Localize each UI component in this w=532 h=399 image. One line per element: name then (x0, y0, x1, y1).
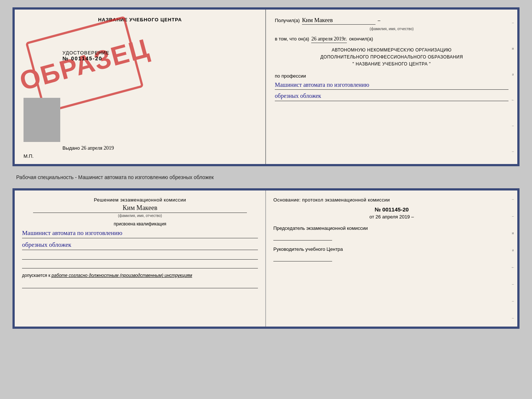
org-line2: ДОПОЛНИТЕЛЬНОГО ПРОФЕССИОНАЛЬНОГО ОБРАЗО… (275, 54, 508, 61)
proto-date: от 26 апреля 2019 – (273, 214, 510, 220)
fio-hint-bottom: (фамилия, имя, отчество) (22, 214, 258, 218)
profession-line2-top: обрезных обложек (275, 91, 508, 101)
spec-description: Рабочая специальность - Машинист автомат… (12, 173, 520, 182)
dopuskaetsya-text: работе согласно должностным (производств… (51, 273, 192, 278)
org-line3: " НАЗВАНИЕ УЧЕБНОГО ЦЕНТРА " (275, 61, 508, 68)
bottom-doc-left: Решением экзаменационной комиссии Ким Ма… (15, 190, 266, 327)
top-doc-left: НАЗВАНИЕ УЧЕБНОГО ЦЕНТРА ОБРАЗЕЦ УДОСТОВ… (15, 10, 266, 164)
poluchil-label: Получил(а) (275, 18, 300, 23)
bottom-doc-right: Основание: протокол экзаменационной коми… (266, 190, 517, 327)
right-edge-marks: – и а ← – – (509, 10, 517, 164)
vydano-line: Выдано 26 апреля 2019 (62, 145, 114, 151)
mp-label: М.П. (24, 153, 33, 159)
blank-line-1 (22, 252, 258, 260)
bottom-document: Решением экзаменационной комиссии Ким Ма… (12, 188, 520, 329)
blank-line-2 (22, 260, 258, 268)
blank-line-3 (22, 280, 258, 288)
dopuskaetsya-label: допускается к (22, 273, 50, 278)
vtom-date: 26 апреля 2019г. (311, 36, 347, 43)
poluchil-line: Получил(а) Ким Макеев – (275, 17, 508, 25)
po-professii-label: по профессии (275, 73, 508, 79)
dash-after-name: – (378, 18, 380, 23)
vydano-label: Выдано (62, 145, 80, 151)
udostoverenie-num: № 001145-20 (62, 56, 109, 61)
prisvoena-label: присвоена квалификация (22, 221, 258, 227)
bottom-right-edge-marks: – – и а ← – – – (509, 190, 517, 327)
predsedatel-sign-line (273, 232, 332, 241)
predsedatel-label: Председатель экзаменационной комиссии (273, 225, 510, 231)
osnovanie-label: Основание: протокол экзаменационной коми… (273, 197, 390, 203)
udostoverenie-block: УДОСТОВЕРЕНИЕ № 001145-20 (62, 50, 109, 61)
photo-placeholder (24, 98, 60, 142)
vtom-line: в том, что он(а) 26 апреля 2019г. окончи… (275, 36, 508, 43)
profession-line2-bottom: обрезных обложек (22, 240, 258, 250)
profession-line1-top: Машинист автомата по изготовлению (275, 80, 508, 90)
poluchil-name: Ким Макеев (302, 17, 375, 25)
proto-num: № 001145-20 (273, 206, 510, 213)
org-block: АВТОНОМНУЮ НЕКОММЕРЧЕСКУЮ ОРГАНИЗАЦИЮ ДО… (275, 47, 508, 68)
rukovoditel-block: Руководитель учебного Центра (273, 246, 510, 261)
vtom-label: в том, что он(а) (275, 36, 309, 42)
school-name-top: НАЗВАНИЕ УЧЕБНОГО ЦЕНТРА (24, 17, 256, 22)
dopuskaetsya-line: допускается к работе согласно должностны… (22, 273, 258, 278)
fio-underline (33, 213, 247, 213)
profession-line1-bottom: Машинист автомата по изготовлению (22, 228, 258, 238)
fio-hint-top: (фамилия, имя, отчество) (275, 27, 508, 31)
rukovoditel-sign-line (273, 253, 332, 261)
proto-ot-label: от (370, 214, 374, 220)
vydano-date: 26 апреля 2019 (81, 145, 114, 151)
rukovoditel-label: Руководитель учебного Центра (273, 246, 510, 252)
proto-date-value: 26 апреля 2019 (375, 214, 410, 220)
top-doc-right: Получил(а) Ким Макеев – (фамилия, имя, о… (266, 10, 517, 164)
okonchil-label: окончил(а) (349, 36, 373, 42)
osnovanie-block: Основание: протокол экзаменационной коми… (273, 197, 510, 203)
org-line1: АВТОНОМНУЮ НЕКОММЕРЧЕСКУЮ ОРГАНИЗАЦИЮ (275, 47, 508, 54)
udostoverenie-label: УДОСТОВЕРЕНИЕ (62, 50, 109, 56)
resheniem-label: Решением экзаменационной комиссии (22, 197, 258, 203)
bottom-fio-name: Ким Макеев (22, 204, 258, 212)
chairman-block: Председатель экзаменационной комиссии (273, 225, 510, 241)
top-document: НАЗВАНИЕ УЧЕБНОГО ЦЕНТРА ОБРАЗЕЦ УДОСТОВ… (12, 7, 520, 166)
stamp-text: ОБРАЗЕЦ (18, 37, 152, 93)
